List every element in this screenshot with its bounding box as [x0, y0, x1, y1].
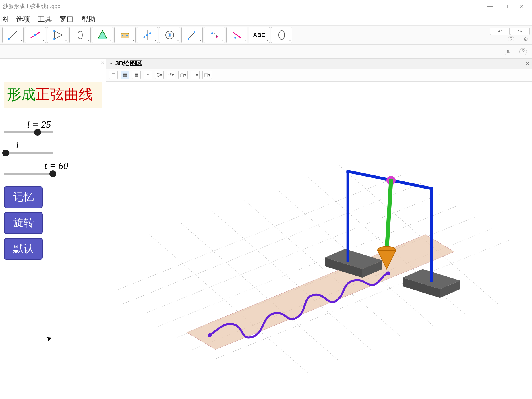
svg-point-11 — [122, 35, 123, 36]
minimize-icon[interactable]: — — [487, 3, 493, 10]
svg-line-0 — [9, 31, 17, 39]
svg-marker-4 — [54, 31, 62, 39]
close-icon[interactable]: ✕ — [519, 3, 524, 10]
redo-button[interactable]: ↷ — [510, 28, 530, 35]
maximize-icon[interactable]: □ — [504, 3, 508, 10]
slider-l[interactable] — [4, 131, 53, 133]
gear-icon[interactable]: ⚙ — [523, 36, 528, 42]
tool-reflect[interactable]: ▾ — [204, 27, 225, 43]
svg-point-5 — [53, 38, 55, 40]
tool-perpendicular[interactable]: ▾ — [69, 27, 91, 43]
stb-plane[interactable]: □ — [109, 71, 118, 79]
tool-slider[interactable]: ▾ — [226, 27, 247, 43]
panel-close-icon[interactable]: × — [101, 60, 104, 66]
menu-window[interactable]: 窗口 — [59, 14, 74, 24]
svg-point-3 — [34, 34, 36, 36]
tool-text[interactable]: ABC▾ — [249, 27, 270, 43]
tool-move[interactable]: ▾ — [2, 27, 24, 43]
tool-strip: ▾ ▾ ▾ ▾ ▾ ▾ ▾ ▾ ▾ — [0, 26, 532, 45]
secondary-bar: ⇅ ? — [0, 45, 532, 58]
svg-point-43 — [208, 333, 212, 337]
menu-tools[interactable]: 工具 — [38, 14, 52, 24]
tool-move-view[interactable]: ▾ — [271, 27, 292, 43]
tool-circle[interactable]: ▾ — [114, 27, 136, 43]
menu-help[interactable]: 帮助 — [81, 14, 96, 24]
svg-point-17 — [149, 32, 151, 34]
svg-point-15 — [146, 34, 148, 36]
slider-eq[interactable] — [4, 152, 53, 154]
stb-grid[interactable]: ▦ — [121, 71, 129, 79]
tool-polygon[interactable]: ▾ — [92, 27, 113, 43]
svg-line-55 — [387, 180, 391, 250]
undo-button[interactable]: ↶ — [490, 28, 510, 35]
slider-eq-label: = 1 — [6, 140, 102, 151]
svg-point-26 — [234, 37, 236, 39]
svg-point-20 — [169, 34, 171, 36]
titlebar: 沙漏形成正弦曲线) .ggb — □ ✕ — [0, 0, 532, 13]
stb-proj[interactable]: ◫▾ — [202, 71, 212, 79]
svg-point-27 — [279, 31, 285, 39]
stb-cross[interactable]: ⊹▾ — [191, 71, 200, 79]
memory-button[interactable]: 记忆 — [4, 186, 43, 208]
slider-t-label: t = 60 — [44, 160, 102, 171]
3d-canvas[interactable] — [106, 82, 532, 399]
tool-point[interactable]: ▾ — [25, 27, 46, 43]
tool-angle[interactable]: ▾ — [181, 27, 203, 43]
help2-icon[interactable]: ? — [519, 48, 527, 55]
svg-point-44 — [386, 271, 390, 275]
3d-panel-title: 3D绘图区 — [115, 59, 142, 68]
svg-point-1 — [8, 38, 10, 40]
sort-icon[interactable]: ⇅ — [505, 49, 511, 55]
window-title: 沙漏形成正弦曲线) .ggb — [2, 3, 61, 10]
svg-marker-42 — [187, 235, 454, 350]
tool-sphere[interactable]: ▾ — [159, 27, 180, 43]
slider-t[interactable] — [4, 173, 56, 175]
slider-l-label: l = 25 — [27, 119, 102, 130]
svg-point-16 — [144, 36, 145, 38]
simulation-title: 形成正弦曲线 — [4, 82, 102, 108]
default-button[interactable]: 默认 — [4, 238, 43, 260]
panel-close-icon[interactable]: × — [526, 60, 529, 67]
stb-clip[interactable]: ▢▾ — [178, 71, 188, 79]
svg-line-28 — [123, 183, 423, 303]
svg-marker-9 — [98, 30, 107, 39]
rotate-button[interactable]: 旋转 — [4, 212, 43, 234]
3d-panel-header: ▼ 3D绘图区 × — [106, 59, 532, 69]
help-icon[interactable]: ? — [508, 36, 514, 42]
stb-rotate[interactable]: ↺▾ — [167, 71, 175, 79]
algebra-panel: × 形成正弦曲线 l = 25 = 1 t = 60 — [0, 59, 106, 399]
3d-sub-toolbar: □ ▦ ▤ ⌂ C▾ ↺▾ ▢▾ ⊹▾ ◫▾ — [106, 69, 532, 82]
menu-view[interactable]: 图 — [1, 14, 8, 24]
svg-point-21 — [188, 38, 189, 40]
stb-fill[interactable]: ▤ — [132, 71, 141, 79]
menu-options[interactable]: 选项 — [16, 14, 30, 24]
stb-capture[interactable]: C▾ — [155, 71, 164, 79]
menubar: 图 选项 工具 窗口 帮助 — [0, 13, 532, 26]
stb-home[interactable]: ⌂ — [144, 71, 152, 79]
svg-line-25 — [233, 32, 241, 38]
tool-line[interactable]: ▾ — [47, 27, 68, 43]
collapse-icon[interactable]: ▼ — [109, 61, 113, 66]
svg-point-22 — [194, 31, 195, 33]
3d-view-panel: ▼ 3D绘图区 × □ ▦ ▤ ⌂ C▾ ↺▾ ▢▾ ⊹▾ ◫▾ — [106, 59, 532, 399]
svg-point-6 — [53, 30, 55, 32]
tool-intersect[interactable]: ▾ — [137, 27, 158, 43]
cursor-icon: ➤ — [45, 333, 53, 344]
svg-point-12 — [126, 35, 128, 36]
